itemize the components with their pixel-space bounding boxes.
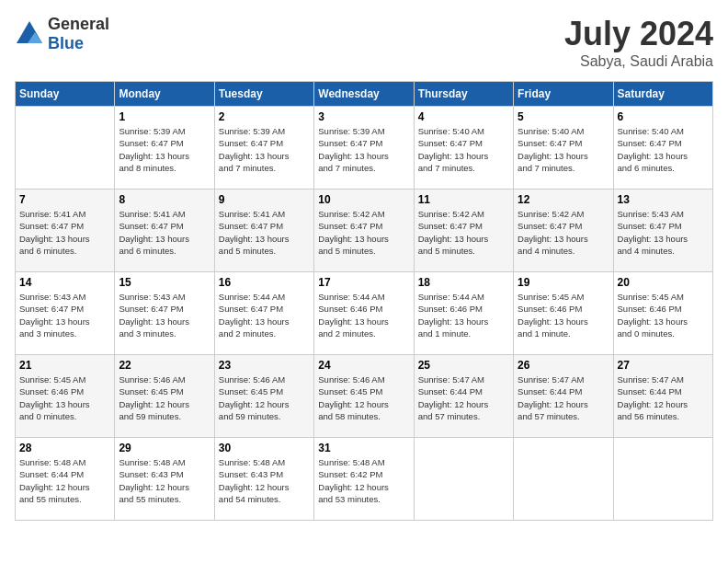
day-info: Sunrise: 5:45 AM Sunset: 6:46 PM Dayligh…: [518, 291, 609, 339]
day-number: 13: [618, 193, 709, 206]
calendar-cell: 1Sunrise: 5:39 AM Sunset: 6:47 PM Daylig…: [115, 107, 214, 190]
day-number: 14: [19, 276, 110, 289]
header-thursday: Thursday: [414, 82, 513, 107]
calendar-cell: 12Sunrise: 5:42 AM Sunset: 6:47 PM Dayli…: [514, 190, 613, 272]
week-row-3: 21Sunrise: 5:45 AM Sunset: 6:46 PM Dayli…: [16, 355, 713, 438]
calendar-cell: 31Sunrise: 5:48 AM Sunset: 6:42 PM Dayli…: [314, 438, 414, 521]
calendar-cell: [514, 438, 613, 521]
day-info: Sunrise: 5:44 AM Sunset: 6:46 PM Dayligh…: [418, 291, 509, 339]
day-info: Sunrise: 5:48 AM Sunset: 6:43 PM Dayligh…: [219, 456, 310, 505]
title-block: July 2024 Sabya, Saudi Arabia: [564, 15, 713, 70]
day-info: Sunrise: 5:43 AM Sunset: 6:47 PM Dayligh…: [19, 291, 110, 339]
calendar-cell: 7Sunrise: 5:41 AM Sunset: 6:47 PM Daylig…: [16, 190, 115, 272]
day-number: 31: [318, 442, 409, 454]
day-number: 2: [219, 110, 310, 123]
day-info: Sunrise: 5:48 AM Sunset: 6:42 PM Dayligh…: [318, 456, 409, 505]
calendar-cell: 13Sunrise: 5:43 AM Sunset: 6:47 PM Dayli…: [613, 190, 712, 272]
calendar-cell: 20Sunrise: 5:45 AM Sunset: 6:46 PM Dayli…: [613, 272, 712, 355]
day-info: Sunrise: 5:47 AM Sunset: 6:44 PM Dayligh…: [418, 373, 509, 422]
day-number: 9: [219, 193, 310, 206]
day-info: Sunrise: 5:46 AM Sunset: 6:45 PM Dayligh…: [318, 373, 409, 422]
calendar-cell: 8Sunrise: 5:41 AM Sunset: 6:47 PM Daylig…: [115, 190, 214, 272]
week-row-4: 28Sunrise: 5:48 AM Sunset: 6:44 PM Dayli…: [16, 438, 713, 521]
calendar-cell: 11Sunrise: 5:42 AM Sunset: 6:47 PM Dayli…: [414, 190, 513, 272]
week-row-0: 1Sunrise: 5:39 AM Sunset: 6:47 PM Daylig…: [16, 107, 713, 190]
calendar-cell: 4Sunrise: 5:40 AM Sunset: 6:47 PM Daylig…: [414, 107, 513, 190]
day-info: Sunrise: 5:42 AM Sunset: 6:47 PM Dayligh…: [518, 208, 609, 257]
calendar-cell: 9Sunrise: 5:41 AM Sunset: 6:47 PM Daylig…: [214, 190, 313, 272]
day-info: Sunrise: 5:39 AM Sunset: 6:47 PM Dayligh…: [219, 125, 310, 174]
calendar-cell: 17Sunrise: 5:44 AM Sunset: 6:46 PM Dayli…: [314, 272, 414, 355]
location-title: Sabya, Saudi Arabia: [564, 53, 713, 70]
day-info: Sunrise: 5:41 AM Sunset: 6:47 PM Dayligh…: [19, 208, 110, 257]
logo-general: General: [48, 15, 109, 33]
day-number: 5: [518, 110, 609, 123]
calendar-cell: 15Sunrise: 5:43 AM Sunset: 6:47 PM Dayli…: [115, 272, 214, 355]
calendar-cell: 6Sunrise: 5:40 AM Sunset: 6:47 PM Daylig…: [613, 107, 712, 190]
header-tuesday: Tuesday: [214, 82, 313, 107]
day-number: 25: [418, 359, 509, 372]
day-number: 20: [618, 276, 709, 289]
calendar-cell: 16Sunrise: 5:44 AM Sunset: 6:47 PM Dayli…: [214, 272, 313, 355]
day-number: 4: [418, 110, 509, 123]
day-number: 29: [119, 442, 210, 454]
day-info: Sunrise: 5:39 AM Sunset: 6:47 PM Dayligh…: [119, 125, 210, 174]
day-info: Sunrise: 5:46 AM Sunset: 6:45 PM Dayligh…: [119, 373, 210, 422]
day-number: 12: [518, 193, 609, 206]
day-number: 3: [318, 110, 409, 123]
day-number: 18: [418, 276, 509, 289]
day-number: 15: [119, 276, 210, 289]
calendar-cell: [414, 438, 513, 521]
day-info: Sunrise: 5:39 AM Sunset: 6:47 PM Dayligh…: [318, 125, 409, 174]
day-info: Sunrise: 5:41 AM Sunset: 6:47 PM Dayligh…: [219, 208, 310, 257]
week-row-1: 7Sunrise: 5:41 AM Sunset: 6:47 PM Daylig…: [16, 190, 713, 272]
day-info: Sunrise: 5:45 AM Sunset: 6:46 PM Dayligh…: [618, 291, 709, 339]
day-number: 16: [219, 276, 310, 289]
calendar-cell: 24Sunrise: 5:46 AM Sunset: 6:45 PM Dayli…: [314, 355, 414, 438]
day-info: Sunrise: 5:43 AM Sunset: 6:47 PM Dayligh…: [119, 291, 210, 339]
calendar-cell: 22Sunrise: 5:46 AM Sunset: 6:45 PM Dayli…: [115, 355, 214, 438]
day-number: 10: [318, 193, 409, 206]
calendar-cell: 23Sunrise: 5:46 AM Sunset: 6:45 PM Dayli…: [214, 355, 313, 438]
day-number: 11: [418, 193, 509, 206]
day-info: Sunrise: 5:40 AM Sunset: 6:47 PM Dayligh…: [518, 125, 609, 174]
header-wednesday: Wednesday: [314, 82, 414, 107]
calendar-cell: 26Sunrise: 5:47 AM Sunset: 6:44 PM Dayli…: [514, 355, 613, 438]
day-info: Sunrise: 5:43 AM Sunset: 6:47 PM Dayligh…: [618, 208, 709, 257]
calendar-cell: [16, 107, 115, 190]
day-info: Sunrise: 5:42 AM Sunset: 6:47 PM Dayligh…: [318, 208, 409, 257]
calendar-table: SundayMondayTuesdayWednesdayThursdayFrid…: [15, 81, 713, 521]
header-sunday: Sunday: [16, 82, 115, 107]
calendar-cell: 5Sunrise: 5:40 AM Sunset: 6:47 PM Daylig…: [514, 107, 613, 190]
day-number: 22: [119, 359, 210, 372]
calendar-cell: 10Sunrise: 5:42 AM Sunset: 6:47 PM Dayli…: [314, 190, 414, 272]
calendar-cell: 28Sunrise: 5:48 AM Sunset: 6:44 PM Dayli…: [16, 438, 115, 521]
calendar-cell: 3Sunrise: 5:39 AM Sunset: 6:47 PM Daylig…: [314, 107, 414, 190]
day-number: 1: [119, 110, 210, 123]
day-info: Sunrise: 5:44 AM Sunset: 6:46 PM Dayligh…: [318, 291, 409, 339]
day-info: Sunrise: 5:48 AM Sunset: 6:43 PM Dayligh…: [119, 456, 210, 505]
calendar-cell: 21Sunrise: 5:45 AM Sunset: 6:46 PM Dayli…: [16, 355, 115, 438]
logo: General Blue: [15, 15, 109, 53]
week-row-2: 14Sunrise: 5:43 AM Sunset: 6:47 PM Dayli…: [16, 272, 713, 355]
day-number: 24: [318, 359, 409, 372]
calendar-cell: 25Sunrise: 5:47 AM Sunset: 6:44 PM Dayli…: [414, 355, 513, 438]
calendar-cell: 30Sunrise: 5:48 AM Sunset: 6:43 PM Dayli…: [214, 438, 313, 521]
header-monday: Monday: [115, 82, 214, 107]
day-number: 30: [219, 442, 310, 454]
calendar-cell: 29Sunrise: 5:48 AM Sunset: 6:43 PM Dayli…: [115, 438, 214, 521]
header-row: SundayMondayTuesdayWednesdayThursdayFrid…: [16, 82, 713, 107]
day-number: 28: [19, 442, 110, 454]
logo-icon: [15, 19, 44, 49]
page-header: General Blue July 2024 Sabya, Saudi Arab…: [15, 15, 713, 70]
day-info: Sunrise: 5:48 AM Sunset: 6:44 PM Dayligh…: [19, 456, 110, 505]
day-info: Sunrise: 5:44 AM Sunset: 6:47 PM Dayligh…: [219, 291, 310, 339]
calendar-cell: [613, 438, 712, 521]
day-info: Sunrise: 5:40 AM Sunset: 6:47 PM Dayligh…: [418, 125, 509, 174]
day-number: 27: [618, 359, 709, 372]
month-title: July 2024: [564, 15, 713, 53]
day-info: Sunrise: 5:45 AM Sunset: 6:46 PM Dayligh…: [19, 373, 110, 422]
day-number: 7: [19, 193, 110, 206]
calendar-cell: 27Sunrise: 5:47 AM Sunset: 6:44 PM Dayli…: [613, 355, 712, 438]
logo-text: General Blue: [48, 15, 109, 53]
